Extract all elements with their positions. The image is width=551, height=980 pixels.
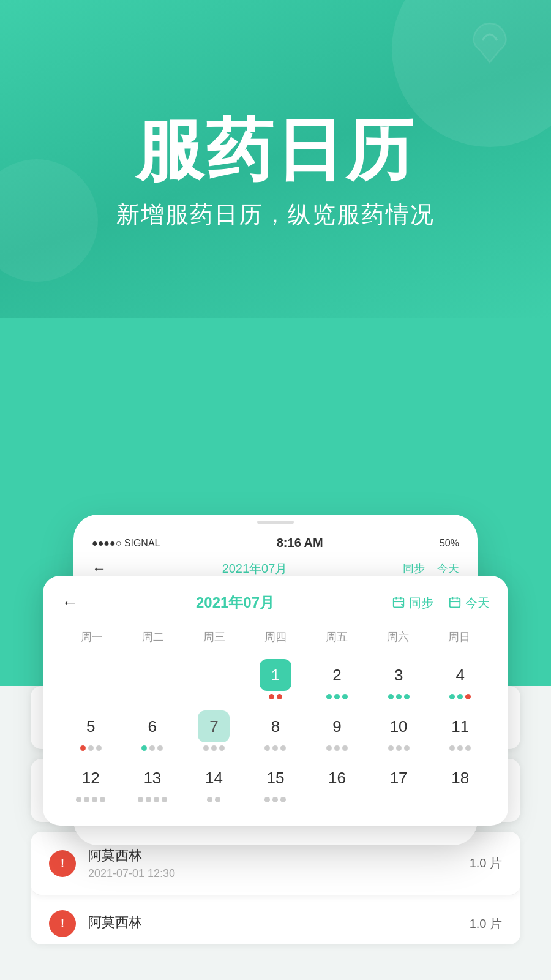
- dot: [457, 745, 463, 751]
- cal-dots-12: [76, 796, 105, 802]
- dot: [404, 694, 410, 699]
- cal-date-num-12: 12: [75, 762, 107, 794]
- cal-dots-4: [449, 693, 471, 699]
- cal-day-9[interactable]: 9: [307, 706, 367, 755]
- dot: [396, 694, 402, 699]
- sync-label-text: 同步: [409, 595, 433, 611]
- dot: [334, 694, 340, 699]
- phone-nav-actions: 同步 今天: [403, 561, 459, 576]
- today-label[interactable]: 今天: [437, 561, 459, 576]
- cal-day-7[interactable]: 7: [184, 706, 244, 755]
- calendar-grid: 1 2 3: [61, 654, 490, 806]
- status-icon-warning-4: !: [49, 910, 76, 937]
- medicine-name-3: 阿莫西林: [88, 846, 470, 865]
- cal-date-num-13: 13: [137, 762, 168, 794]
- exclaim-icon-3: !: [55, 856, 70, 871]
- cal-dots-9: [326, 745, 348, 751]
- calendar-card: ← 2021年07月 同步: [43, 576, 508, 826]
- cal-dots-5: [80, 745, 102, 751]
- content-area: ●●●●○ SIGNAL 8:16 AM 50% ← 2021年07月 同步 今…: [0, 686, 551, 980]
- cal-wd-fri: 周五: [306, 626, 367, 648]
- cal-day-17[interactable]: 17: [369, 757, 429, 806]
- dot: [269, 694, 274, 699]
- calendar-back-button[interactable]: ←: [61, 593, 78, 612]
- dot: [141, 745, 147, 751]
- hero-title: 服药日历: [136, 113, 415, 187]
- cal-date-num-18: 18: [444, 762, 476, 794]
- cal-day-8[interactable]: 8: [246, 706, 305, 755]
- medicine-item-4-partial[interactable]: ! 阿莫西林 1.0 片: [31, 895, 520, 944]
- cal-day-4[interactable]: 4: [430, 654, 490, 703]
- cal-wd-thu: 周四: [245, 626, 306, 648]
- dot: [100, 797, 105, 802]
- back-arrow-icon[interactable]: ←: [92, 560, 107, 577]
- sync-button[interactable]: 同步: [392, 595, 433, 611]
- cal-day-1[interactable]: 1: [246, 654, 305, 703]
- dot: [449, 694, 455, 699]
- medicine-info-3: 阿莫西林 2021-07-01 12:30: [88, 846, 470, 880]
- cal-wd-mon: 周一: [61, 626, 122, 648]
- dot: [96, 745, 102, 751]
- cal-dots-1: [269, 693, 282, 699]
- cal-wd-tue: 周二: [122, 626, 184, 648]
- medicine-time-3: 2021-07-01 12:30: [88, 867, 470, 880]
- bottom-card-container: ! 阿莫西林 2021-07-01 12:30 1.0 片 ! 阿莫西林: [0, 832, 551, 944]
- svg-text:!: !: [61, 858, 64, 870]
- cal-day-18[interactable]: 18: [430, 757, 490, 806]
- calendar-month-title: 2021年07月: [196, 593, 274, 612]
- dot: [465, 694, 471, 699]
- dot: [280, 745, 286, 751]
- dot: [280, 797, 286, 802]
- hero-subtitle: 新增服药日历，纵览服药情况: [116, 199, 435, 230]
- cal-dots-15: [264, 796, 286, 802]
- clock: 8:16 AM: [277, 536, 323, 550]
- cal-day-10[interactable]: 10: [369, 706, 429, 755]
- cal-day-5[interactable]: 5: [61, 706, 121, 755]
- dot: [277, 694, 282, 699]
- hero-section: 服药日历 新增服药日历，纵览服药情况: [0, 0, 551, 318]
- dot: [264, 745, 270, 751]
- dot: [396, 745, 402, 751]
- dot: [388, 745, 394, 751]
- dot: [84, 797, 89, 802]
- cal-date-num-14: 14: [198, 762, 230, 794]
- dot: [342, 694, 348, 699]
- cal-day-14[interactable]: 14: [184, 757, 244, 806]
- cal-dots-8: [264, 745, 286, 751]
- dot: [219, 745, 225, 751]
- dot: [457, 694, 463, 699]
- cal-date-num-15: 15: [260, 762, 291, 794]
- cal-day-16[interactable]: 16: [307, 757, 367, 806]
- today-label-text: 今天: [465, 595, 490, 611]
- calendar-nav: ← 2021年07月 同步: [61, 593, 490, 612]
- dot: [138, 797, 143, 802]
- cal-empty-2: [123, 654, 182, 703]
- dot: [215, 797, 220, 802]
- status-icon-warning-3: !: [49, 850, 76, 877]
- today-button[interactable]: 今天: [448, 595, 490, 611]
- cal-day-12[interactable]: 12: [61, 757, 121, 806]
- cal-day-11[interactable]: 11: [430, 706, 490, 755]
- cal-day-15[interactable]: 15: [246, 757, 305, 806]
- svg-text:!: !: [61, 918, 64, 930]
- dot: [88, 745, 94, 751]
- cal-dots-14: [207, 796, 220, 802]
- dot: [76, 797, 81, 802]
- dot: [465, 745, 471, 751]
- cal-day-2[interactable]: 2: [307, 654, 367, 703]
- status-bar: ●●●●○ SIGNAL 8:16 AM 50%: [73, 527, 478, 555]
- cal-empty-3: [184, 654, 244, 703]
- cal-day-13[interactable]: 13: [123, 757, 182, 806]
- cal-day-3[interactable]: 3: [369, 654, 429, 703]
- cal-date-num-4: 4: [444, 659, 476, 691]
- cal-day-6[interactable]: 6: [123, 706, 182, 755]
- dot: [272, 745, 278, 751]
- cal-date-num-9: 9: [321, 710, 353, 742]
- sync-label[interactable]: 同步: [403, 561, 425, 576]
- cal-date-num-11: 11: [444, 710, 476, 742]
- cal-dots-11: [449, 745, 471, 751]
- cal-date-num-3: 3: [383, 659, 414, 691]
- dot: [449, 745, 455, 751]
- cal-date-num-17: 17: [383, 762, 414, 794]
- cal-date-num-10: 10: [383, 710, 414, 742]
